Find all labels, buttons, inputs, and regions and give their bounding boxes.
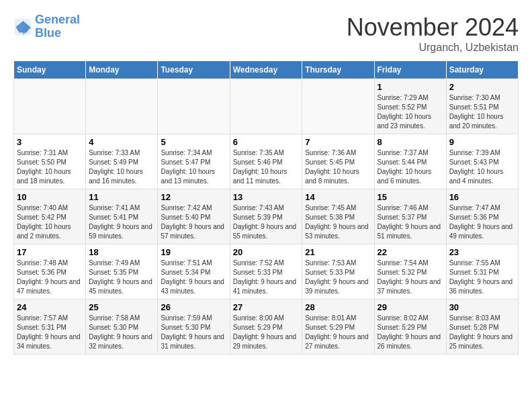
- day-info: Sunrise: 7:31 AM Sunset: 5:50 PM Dayligh…: [17, 148, 83, 186]
- logo-text: General Blue: [35, 13, 80, 40]
- calendar-cell: 10Sunrise: 7:40 AM Sunset: 5:42 PM Dayli…: [14, 189, 86, 244]
- day-number: 22: [378, 247, 443, 257]
- calendar-week-row: 1Sunrise: 7:29 AM Sunset: 5:52 PM Daylig…: [14, 79, 519, 134]
- calendar-header: SundayMondayTuesdayWednesdayThursdayFrid…: [14, 61, 519, 79]
- day-number: 3: [17, 137, 83, 147]
- day-info: Sunrise: 7:45 AM Sunset: 5:38 PM Dayligh…: [305, 203, 371, 241]
- day-number: 24: [17, 302, 83, 312]
- weekday-row: SundayMondayTuesdayWednesdayThursdayFrid…: [14, 61, 519, 79]
- day-info: Sunrise: 7:40 AM Sunset: 5:42 PM Dayligh…: [17, 203, 83, 241]
- calendar-cell: 1Sunrise: 7:29 AM Sunset: 5:52 PM Daylig…: [374, 79, 446, 134]
- day-number: 6: [233, 137, 300, 147]
- day-number: 7: [305, 137, 371, 147]
- day-info: Sunrise: 7:51 AM Sunset: 5:34 PM Dayligh…: [161, 259, 226, 296]
- calendar-cell: 5Sunrise: 7:34 AM Sunset: 5:47 PM Daylig…: [158, 134, 230, 189]
- day-info: Sunrise: 7:53 AM Sunset: 5:33 PM Dayligh…: [305, 259, 371, 296]
- calendar-cell: 24Sunrise: 7:57 AM Sunset: 5:31 PM Dayli…: [14, 300, 86, 355]
- day-number: 1: [378, 82, 443, 92]
- calendar-cell: [14, 79, 86, 134]
- calendar-week-row: 24Sunrise: 7:57 AM Sunset: 5:31 PM Dayli…: [14, 300, 519, 355]
- day-number: 8: [378, 137, 443, 147]
- calendar-cell: 26Sunrise: 7:59 AM Sunset: 5:30 PM Dayli…: [158, 300, 230, 355]
- calendar-cell: 7Sunrise: 7:36 AM Sunset: 5:45 PM Daylig…: [302, 134, 374, 189]
- day-number: 13: [233, 192, 300, 202]
- calendar-body: 1Sunrise: 7:29 AM Sunset: 5:52 PM Daylig…: [14, 79, 519, 355]
- day-number: 29: [378, 302, 443, 312]
- calendar-cell: 9Sunrise: 7:39 AM Sunset: 5:43 PM Daylig…: [446, 134, 518, 189]
- day-info: Sunrise: 8:02 AM Sunset: 5:29 PM Dayligh…: [378, 314, 443, 351]
- calendar-cell: 28Sunrise: 8:01 AM Sunset: 5:29 PM Dayli…: [302, 300, 374, 355]
- day-info: Sunrise: 7:55 AM Sunset: 5:31 PM Dayligh…: [449, 259, 515, 296]
- calendar-cell: 20Sunrise: 7:52 AM Sunset: 5:33 PM Dayli…: [230, 244, 302, 300]
- weekday-header: Sunday: [14, 61, 86, 79]
- day-info: Sunrise: 7:49 AM Sunset: 5:35 PM Dayligh…: [89, 259, 154, 296]
- logo: General Blue: [13, 13, 80, 40]
- day-info: Sunrise: 7:41 AM Sunset: 5:41 PM Dayligh…: [89, 203, 154, 241]
- day-info: Sunrise: 7:30 AM Sunset: 5:51 PM Dayligh…: [449, 93, 515, 131]
- day-number: 20: [233, 247, 300, 257]
- day-info: Sunrise: 7:39 AM Sunset: 5:43 PM Dayligh…: [449, 148, 515, 186]
- calendar-cell: [86, 79, 158, 134]
- day-number: 5: [161, 137, 226, 147]
- title-block: November 2024 Urganch, Uzbekistan: [347, 13, 519, 54]
- logo-icon: [13, 17, 32, 36]
- day-number: 17: [17, 247, 83, 257]
- calendar-cell: 17Sunrise: 7:48 AM Sunset: 5:36 PM Dayli…: [14, 244, 86, 300]
- day-info: Sunrise: 7:59 AM Sunset: 5:30 PM Dayligh…: [161, 314, 226, 351]
- day-info: Sunrise: 7:46 AM Sunset: 5:37 PM Dayligh…: [378, 203, 443, 241]
- calendar-cell: 29Sunrise: 8:02 AM Sunset: 5:29 PM Dayli…: [374, 300, 446, 355]
- day-number: 25: [89, 302, 154, 312]
- month-title: November 2024: [347, 13, 519, 42]
- weekday-header: Saturday: [446, 61, 518, 79]
- day-number: 4: [89, 137, 154, 147]
- calendar-cell: [158, 79, 230, 134]
- day-info: Sunrise: 7:58 AM Sunset: 5:30 PM Dayligh…: [89, 314, 154, 351]
- day-info: Sunrise: 7:35 AM Sunset: 5:46 PM Dayligh…: [233, 148, 300, 186]
- day-number: 14: [305, 192, 371, 202]
- calendar-table: SundayMondayTuesdayWednesdayThursdayFrid…: [13, 60, 519, 355]
- calendar-cell: 22Sunrise: 7:54 AM Sunset: 5:32 PM Dayli…: [374, 244, 446, 300]
- calendar-cell: 16Sunrise: 7:47 AM Sunset: 5:36 PM Dayli…: [446, 189, 518, 244]
- day-number: 21: [305, 247, 371, 257]
- calendar-week-row: 17Sunrise: 7:48 AM Sunset: 5:36 PM Dayli…: [14, 244, 519, 300]
- day-number: 26: [161, 302, 226, 312]
- day-number: 11: [89, 192, 154, 202]
- calendar-cell: 19Sunrise: 7:51 AM Sunset: 5:34 PM Dayli…: [158, 244, 230, 300]
- calendar-week-row: 10Sunrise: 7:40 AM Sunset: 5:42 PM Dayli…: [14, 189, 519, 244]
- day-info: Sunrise: 7:42 AM Sunset: 5:40 PM Dayligh…: [161, 203, 226, 241]
- calendar-cell: 25Sunrise: 7:58 AM Sunset: 5:30 PM Dayli…: [86, 300, 158, 355]
- day-number: 16: [449, 192, 515, 202]
- day-number: 12: [161, 192, 226, 202]
- page-header: General Blue November 2024 Urganch, Uzbe…: [13, 13, 519, 54]
- day-info: Sunrise: 8:01 AM Sunset: 5:29 PM Dayligh…: [305, 314, 371, 351]
- day-number: 23: [449, 247, 515, 257]
- calendar-cell: 12Sunrise: 7:42 AM Sunset: 5:40 PM Dayli…: [158, 189, 230, 244]
- calendar-cell: 3Sunrise: 7:31 AM Sunset: 5:50 PM Daylig…: [14, 134, 86, 189]
- calendar-cell: 23Sunrise: 7:55 AM Sunset: 5:31 PM Dayli…: [446, 244, 518, 300]
- day-info: Sunrise: 7:33 AM Sunset: 5:49 PM Dayligh…: [89, 148, 154, 186]
- calendar-cell: 15Sunrise: 7:46 AM Sunset: 5:37 PM Dayli…: [374, 189, 446, 244]
- calendar-cell: 27Sunrise: 8:00 AM Sunset: 5:29 PM Dayli…: [230, 300, 302, 355]
- calendar-cell: 6Sunrise: 7:35 AM Sunset: 5:46 PM Daylig…: [230, 134, 302, 189]
- weekday-header: Tuesday: [158, 61, 230, 79]
- calendar-week-row: 3Sunrise: 7:31 AM Sunset: 5:50 PM Daylig…: [14, 134, 519, 189]
- day-info: Sunrise: 7:48 AM Sunset: 5:36 PM Dayligh…: [17, 259, 83, 296]
- calendar-cell: 13Sunrise: 7:43 AM Sunset: 5:39 PM Dayli…: [230, 189, 302, 244]
- day-number: 27: [233, 302, 300, 312]
- day-number: 15: [378, 192, 443, 202]
- weekday-header: Friday: [374, 61, 446, 79]
- calendar-cell: 4Sunrise: 7:33 AM Sunset: 5:49 PM Daylig…: [86, 134, 158, 189]
- day-number: 30: [449, 302, 515, 312]
- day-info: Sunrise: 7:52 AM Sunset: 5:33 PM Dayligh…: [233, 259, 300, 296]
- day-number: 18: [89, 247, 154, 257]
- calendar-cell: 11Sunrise: 7:41 AM Sunset: 5:41 PM Dayli…: [86, 189, 158, 244]
- day-number: 10: [17, 192, 83, 202]
- calendar-cell: 21Sunrise: 7:53 AM Sunset: 5:33 PM Dayli…: [302, 244, 374, 300]
- calendar-cell: [302, 79, 374, 134]
- day-info: Sunrise: 7:54 AM Sunset: 5:32 PM Dayligh…: [378, 259, 443, 296]
- calendar-cell: 30Sunrise: 8:03 AM Sunset: 5:28 PM Dayli…: [446, 300, 518, 355]
- day-info: Sunrise: 7:29 AM Sunset: 5:52 PM Dayligh…: [378, 93, 443, 131]
- day-info: Sunrise: 7:37 AM Sunset: 5:44 PM Dayligh…: [378, 148, 443, 186]
- calendar-cell: 2Sunrise: 7:30 AM Sunset: 5:51 PM Daylig…: [446, 79, 518, 134]
- calendar-cell: 14Sunrise: 7:45 AM Sunset: 5:38 PM Dayli…: [302, 189, 374, 244]
